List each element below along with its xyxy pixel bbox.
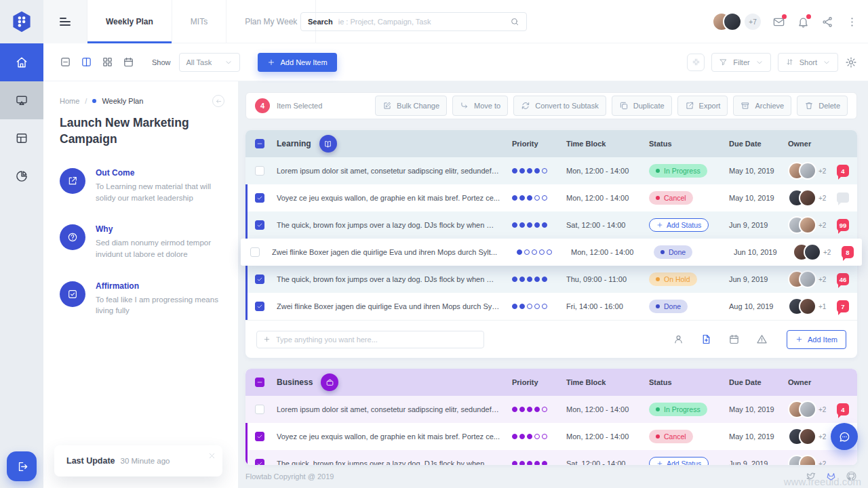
gitlab-link[interactable] <box>825 470 837 482</box>
tab-weekly-plan[interactable]: Weekly Plan <box>87 0 172 43</box>
row-checkbox[interactable] <box>255 459 264 465</box>
goal-item-why[interactable]: WhySed diam nonumy eirmod tempor invidun… <box>60 224 227 260</box>
user-button[interactable] <box>673 333 684 345</box>
add-status-button[interactable]: Add Status <box>649 457 709 465</box>
toast-close-button[interactable] <box>208 451 216 460</box>
owner-avatars[interactable]: +2 <box>788 401 837 418</box>
goal-item-affirmation[interactable]: AffirmationTo feal like I am progressing… <box>60 281 227 317</box>
bulk-change-button[interactable]: Bulk Change <box>375 96 447 116</box>
comment-count-badge[interactable]: 8 <box>842 246 854 258</box>
goal-item-out-come[interactable]: Out ComeTo Learning new material that wi… <box>60 168 227 203</box>
select-all-checkbox[interactable] <box>255 139 264 148</box>
add-item-button[interactable]: Add Item <box>787 330 846 349</box>
task-row[interactable]: The quick, brown fox jumps over a lazy d… <box>245 266 857 293</box>
owner-avatars[interactable]: +2 <box>788 216 837 234</box>
comment-count-badge[interactable]: 99 <box>837 219 849 231</box>
sort-dropdown[interactable]: Short <box>778 53 838 72</box>
owner-avatars[interactable]: +2 <box>788 270 837 288</box>
archieve-button[interactable]: Archieve <box>733 96 791 116</box>
move-to-button[interactable]: Move to <box>452 96 508 116</box>
github-link[interactable] <box>846 470 857 482</box>
goal-icon-circle <box>60 281 85 307</box>
more-options-button[interactable] <box>846 16 859 28</box>
tab-mits[interactable]: MITs <box>172 0 226 43</box>
priority-dot <box>527 461 532 465</box>
comment-count-badge[interactable]: 7 <box>837 300 849 312</box>
row-checkbox[interactable] <box>250 247 260 257</box>
row-checkbox[interactable] <box>255 220 264 230</box>
comment-bubble-icon[interactable] <box>837 192 849 203</box>
priority-dot <box>519 277 525 282</box>
comment-count-badge[interactable]: 46 <box>837 273 849 285</box>
search-icon[interactable] <box>510 17 519 26</box>
file-plus-button[interactable] <box>701 333 712 345</box>
task-row[interactable]: Voyez ce jeu exquis wallon, de graphie e… <box>245 184 857 211</box>
quick-add-row: Add Item <box>245 320 857 358</box>
twitter-link[interactable] <box>805 470 816 482</box>
breadcrumb-home-link[interactable]: Home <box>60 97 79 105</box>
column-view-button[interactable] <box>81 56 92 68</box>
back-circle-button[interactable] <box>212 95 224 107</box>
row-checkbox[interactable] <box>255 432 264 441</box>
plan-title: Launch New Marketing Campaign <box>60 115 222 147</box>
chat-fab-button[interactable] <box>831 423 858 450</box>
owner-avatars[interactable]: +2 <box>793 243 842 261</box>
mail-button[interactable] <box>772 16 785 28</box>
sidebar-item-pie[interactable] <box>0 157 43 195</box>
owner-avatars[interactable]: +2 <box>788 428 837 445</box>
export-button[interactable]: Export <box>677 96 728 116</box>
due-date: Aug 10, 2019 <box>729 302 788 310</box>
logout-button[interactable] <box>7 451 37 481</box>
owner-avatars[interactable]: +2 <box>788 189 837 207</box>
calendar-button[interactable] <box>123 56 134 68</box>
task-row[interactable]: Lorem ipsum dolor sit amet, consetetur s… <box>245 396 857 423</box>
list-view-button[interactable] <box>60 56 71 68</box>
notifications-button[interactable] <box>797 16 810 28</box>
select-all-checkbox[interactable] <box>255 378 264 387</box>
sidebar-item-screen[interactable] <box>0 81 43 119</box>
add-status-button[interactable]: Add Status <box>649 218 709 232</box>
calendar-button[interactable] <box>728 333 740 345</box>
menu-toggle-button[interactable] <box>43 0 87 43</box>
row-checkbox[interactable] <box>255 302 264 311</box>
settings-button[interactable] <box>845 56 857 68</box>
task-row[interactable]: Voyez ce jeu exquis wallon, de graphie e… <box>245 423 857 450</box>
owner-avatars[interactable]: +2 <box>788 162 837 180</box>
task-row[interactable]: The quick, brown fox jumps over a lazy d… <box>245 450 857 465</box>
avatar-overflow-count[interactable]: +7 <box>745 14 761 30</box>
sidebar-item-layout[interactable] <box>0 119 43 157</box>
collapse-button[interactable] <box>687 54 705 71</box>
owner-avatars[interactable]: +1 <box>788 298 837 315</box>
pie-icon <box>15 169 28 183</box>
task-row[interactable]: Lorem ipsum dolor sit amet, consetetur s… <box>245 157 857 184</box>
row-checkbox[interactable] <box>255 274 264 284</box>
search-input[interactable] <box>338 18 505 26</box>
row-checkbox[interactable] <box>255 166 264 176</box>
task-row[interactable]: Zwei flinke Boxer jagen die quirlige Eva… <box>241 239 862 266</box>
task-row[interactable]: Zwei flinke Boxer jagen die quirlige Eva… <box>245 293 857 320</box>
cycle-icon <box>521 101 530 110</box>
task-title: Lorem ipsum dolor sit amet, consetetur s… <box>277 405 512 413</box>
quick-add-input[interactable] <box>276 336 477 344</box>
alert-triangle-button[interactable] <box>756 333 768 345</box>
add-new-item-button[interactable]: Add New Item <box>258 53 337 72</box>
duplicate-icon <box>619 101 629 110</box>
comment-count-badge[interactable]: 4 <box>837 403 849 415</box>
task-row[interactable]: The quick, brown fox jumps over a lazy d… <box>245 211 857 239</box>
row-checkbox[interactable] <box>255 193 264 203</box>
section-briefcase-badge[interactable] <box>321 373 338 391</box>
section-book-badge[interactable] <box>319 135 337 152</box>
share-button[interactable] <box>821 16 834 28</box>
row-checkbox[interactable] <box>255 405 264 414</box>
delete-button[interactable]: Delete <box>797 96 848 116</box>
duplicate-button[interactable]: Duplicate <box>612 96 672 116</box>
filter-dropdown[interactable]: Filter <box>711 53 770 72</box>
sidebar-item-home[interactable] <box>0 43 43 81</box>
owner-avatars[interactable]: +2 <box>788 455 837 465</box>
convert-to-subtask-button[interactable]: Convert to Subtask <box>513 96 606 116</box>
app-logo[interactable] <box>0 0 43 43</box>
grid-view-button[interactable] <box>102 56 113 68</box>
show-filter-dropdown[interactable]: All Task <box>179 53 240 72</box>
user-avatar-group[interactable]: +7 <box>712 12 761 31</box>
comment-count-badge[interactable]: 4 <box>837 165 849 177</box>
